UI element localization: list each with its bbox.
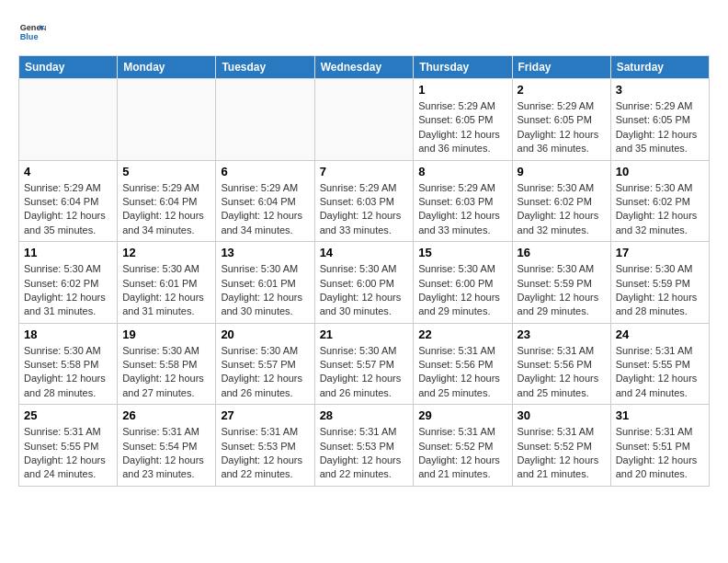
day-cell: 12Sunrise: 5:30 AMSunset: 6:01 PMDayligh… bbox=[118, 242, 216, 324]
day-number: 17 bbox=[616, 246, 704, 259]
day-cell: 1Sunrise: 5:29 AMSunset: 6:05 PMDaylight… bbox=[414, 79, 512, 161]
day-cell: 24Sunrise: 5:31 AMSunset: 5:55 PMDayligh… bbox=[610, 323, 709, 405]
col-header-wednesday: Wednesday bbox=[314, 56, 414, 79]
day-cell: 4Sunrise: 5:29 AMSunset: 6:04 PMDaylight… bbox=[19, 160, 118, 242]
logo: General Blue bbox=[18, 18, 50, 46]
day-info: Sunrise: 5:30 AMSunset: 5:57 PMDaylight:… bbox=[320, 344, 409, 401]
day-info: Sunrise: 5:31 AMSunset: 5:55 PMDaylight:… bbox=[24, 425, 112, 482]
week-row-1: 1Sunrise: 5:29 AMSunset: 6:05 PMDaylight… bbox=[19, 79, 710, 161]
day-number: 31 bbox=[616, 408, 704, 422]
week-row-4: 18Sunrise: 5:30 AMSunset: 5:58 PMDayligh… bbox=[19, 323, 710, 405]
day-info: Sunrise: 5:31 AMSunset: 5:52 PMDaylight:… bbox=[518, 425, 606, 482]
day-number: 4 bbox=[24, 165, 112, 178]
day-info: Sunrise: 5:30 AMSunset: 6:01 PMDaylight:… bbox=[122, 262, 210, 319]
col-header-friday: Friday bbox=[512, 56, 610, 79]
day-number: 5 bbox=[122, 165, 210, 178]
day-number: 9 bbox=[518, 165, 606, 178]
day-cell bbox=[314, 79, 414, 161]
day-number: 19 bbox=[122, 327, 210, 341]
day-info: Sunrise: 5:30 AMSunset: 5:59 PMDaylight:… bbox=[616, 262, 704, 319]
logo-icon: General Blue bbox=[18, 18, 46, 46]
day-cell: 23Sunrise: 5:31 AMSunset: 5:56 PMDayligh… bbox=[512, 323, 610, 405]
col-header-tuesday: Tuesday bbox=[216, 56, 314, 79]
col-header-monday: Monday bbox=[118, 56, 216, 79]
day-info: Sunrise: 5:29 AMSunset: 6:05 PMDaylight:… bbox=[616, 99, 704, 156]
day-info: Sunrise: 5:29 AMSunset: 6:03 PMDaylight:… bbox=[418, 181, 506, 238]
day-cell: 28Sunrise: 5:31 AMSunset: 5:53 PMDayligh… bbox=[314, 405, 414, 487]
day-number: 1 bbox=[418, 83, 506, 97]
day-cell: 7Sunrise: 5:29 AMSunset: 6:03 PMDaylight… bbox=[314, 160, 414, 242]
day-number: 24 bbox=[616, 327, 704, 341]
day-info: Sunrise: 5:31 AMSunset: 5:56 PMDaylight:… bbox=[518, 344, 606, 401]
day-cell: 30Sunrise: 5:31 AMSunset: 5:52 PMDayligh… bbox=[512, 405, 610, 487]
day-cell: 11Sunrise: 5:30 AMSunset: 6:02 PMDayligh… bbox=[19, 242, 118, 324]
day-cell: 13Sunrise: 5:30 AMSunset: 6:01 PMDayligh… bbox=[216, 242, 314, 324]
day-cell: 21Sunrise: 5:30 AMSunset: 5:57 PMDayligh… bbox=[314, 323, 414, 405]
day-number: 23 bbox=[518, 327, 606, 341]
day-info: Sunrise: 5:29 AMSunset: 6:05 PMDaylight:… bbox=[518, 99, 606, 156]
day-info: Sunrise: 5:29 AMSunset: 6:04 PMDaylight:… bbox=[122, 181, 210, 238]
day-info: Sunrise: 5:30 AMSunset: 6:02 PMDaylight:… bbox=[616, 181, 704, 238]
day-number: 13 bbox=[221, 246, 309, 259]
day-info: Sunrise: 5:31 AMSunset: 5:54 PMDaylight:… bbox=[122, 425, 210, 482]
day-cell: 10Sunrise: 5:30 AMSunset: 6:02 PMDayligh… bbox=[610, 160, 709, 242]
day-info: Sunrise: 5:30 AMSunset: 6:02 PMDaylight:… bbox=[518, 181, 606, 238]
day-info: Sunrise: 5:29 AMSunset: 6:05 PMDaylight:… bbox=[418, 99, 506, 156]
day-cell bbox=[216, 79, 314, 161]
day-number: 25 bbox=[24, 408, 112, 422]
col-header-sunday: Sunday bbox=[19, 56, 118, 79]
day-info: Sunrise: 5:31 AMSunset: 5:51 PMDaylight:… bbox=[616, 425, 704, 482]
day-info: Sunrise: 5:30 AMSunset: 6:01 PMDaylight:… bbox=[221, 262, 309, 319]
week-row-5: 25Sunrise: 5:31 AMSunset: 5:55 PMDayligh… bbox=[19, 405, 710, 487]
day-number: 27 bbox=[221, 408, 309, 422]
day-number: 7 bbox=[320, 165, 409, 178]
day-cell: 5Sunrise: 5:29 AMSunset: 6:04 PMDaylight… bbox=[118, 160, 216, 242]
day-info: Sunrise: 5:30 AMSunset: 6:00 PMDaylight:… bbox=[418, 262, 506, 319]
day-number: 29 bbox=[418, 408, 506, 422]
day-info: Sunrise: 5:31 AMSunset: 5:55 PMDaylight:… bbox=[616, 344, 704, 401]
day-info: Sunrise: 5:30 AMSunset: 6:00 PMDaylight:… bbox=[320, 262, 409, 319]
day-cell: 25Sunrise: 5:31 AMSunset: 5:55 PMDayligh… bbox=[19, 405, 118, 487]
day-cell: 27Sunrise: 5:31 AMSunset: 5:53 PMDayligh… bbox=[216, 405, 314, 487]
day-cell: 22Sunrise: 5:31 AMSunset: 5:56 PMDayligh… bbox=[414, 323, 512, 405]
day-number: 30 bbox=[518, 408, 606, 422]
day-cell: 31Sunrise: 5:31 AMSunset: 5:51 PMDayligh… bbox=[610, 405, 709, 487]
week-row-3: 11Sunrise: 5:30 AMSunset: 6:02 PMDayligh… bbox=[19, 242, 710, 324]
day-info: Sunrise: 5:30 AMSunset: 5:57 PMDaylight:… bbox=[221, 344, 309, 401]
day-number: 22 bbox=[418, 327, 506, 341]
svg-text:Blue: Blue bbox=[20, 32, 39, 41]
day-info: Sunrise: 5:30 AMSunset: 6:02 PMDaylight:… bbox=[24, 262, 112, 319]
day-number: 2 bbox=[518, 83, 606, 97]
day-info: Sunrise: 5:31 AMSunset: 5:52 PMDaylight:… bbox=[418, 425, 506, 482]
day-cell: 20Sunrise: 5:30 AMSunset: 5:57 PMDayligh… bbox=[216, 323, 314, 405]
day-cell: 18Sunrise: 5:30 AMSunset: 5:58 PMDayligh… bbox=[19, 323, 118, 405]
day-cell: 3Sunrise: 5:29 AMSunset: 6:05 PMDaylight… bbox=[610, 79, 709, 161]
day-number: 28 bbox=[320, 408, 409, 422]
day-cell: 15Sunrise: 5:30 AMSunset: 6:00 PMDayligh… bbox=[414, 242, 512, 324]
day-info: Sunrise: 5:30 AMSunset: 5:59 PMDaylight:… bbox=[518, 262, 606, 319]
day-cell: 19Sunrise: 5:30 AMSunset: 5:58 PMDayligh… bbox=[118, 323, 216, 405]
day-number: 26 bbox=[122, 408, 210, 422]
week-row-2: 4Sunrise: 5:29 AMSunset: 6:04 PMDaylight… bbox=[19, 160, 710, 242]
day-number: 3 bbox=[616, 83, 704, 97]
day-number: 21 bbox=[320, 327, 409, 341]
col-header-thursday: Thursday bbox=[414, 56, 512, 79]
day-cell bbox=[118, 79, 216, 161]
day-cell: 29Sunrise: 5:31 AMSunset: 5:52 PMDayligh… bbox=[414, 405, 512, 487]
day-info: Sunrise: 5:30 AMSunset: 5:58 PMDaylight:… bbox=[122, 344, 210, 401]
day-cell: 17Sunrise: 5:30 AMSunset: 5:59 PMDayligh… bbox=[610, 242, 709, 324]
day-cell: 9Sunrise: 5:30 AMSunset: 6:02 PMDaylight… bbox=[512, 160, 610, 242]
day-info: Sunrise: 5:31 AMSunset: 5:56 PMDaylight:… bbox=[418, 344, 506, 401]
col-header-saturday: Saturday bbox=[610, 56, 709, 79]
day-cell bbox=[19, 79, 118, 161]
day-number: 18 bbox=[24, 327, 112, 341]
day-info: Sunrise: 5:30 AMSunset: 5:58 PMDaylight:… bbox=[24, 344, 112, 401]
day-number: 20 bbox=[221, 327, 309, 341]
day-cell: 14Sunrise: 5:30 AMSunset: 6:00 PMDayligh… bbox=[314, 242, 414, 324]
day-number: 8 bbox=[418, 165, 506, 178]
day-info: Sunrise: 5:31 AMSunset: 5:53 PMDaylight:… bbox=[320, 425, 409, 482]
day-number: 16 bbox=[518, 246, 606, 259]
day-number: 14 bbox=[320, 246, 409, 259]
day-number: 11 bbox=[24, 246, 112, 259]
day-info: Sunrise: 5:31 AMSunset: 5:53 PMDaylight:… bbox=[221, 425, 309, 482]
